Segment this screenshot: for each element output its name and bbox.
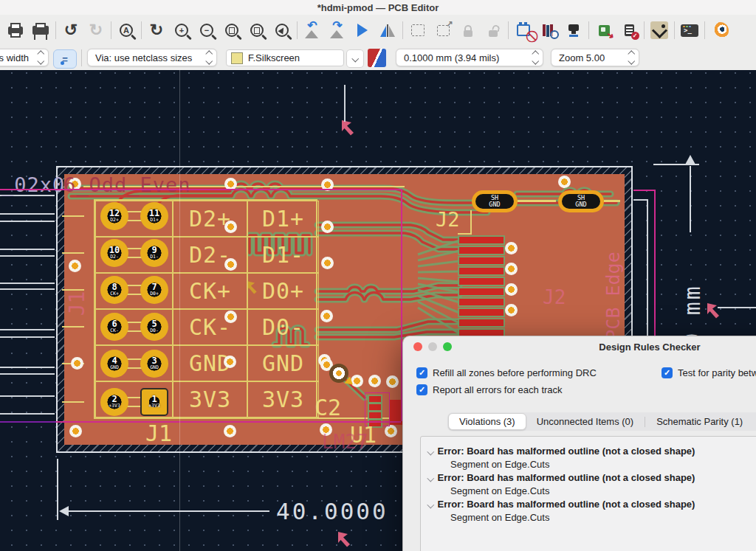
j2-finger-pad[interactable] (459, 268, 504, 274)
grid-select[interactable]: 0.1000 mm (3.94 mils) (396, 49, 543, 66)
plot-icon[interactable] (28, 18, 53, 43)
violation-item[interactable]: Error: Board has malformed outline (not … (428, 445, 756, 471)
refill-zones-checkbox[interactable]: ✓ Refill all zones before performing DRC (416, 367, 597, 378)
chevron-down-icon[interactable] (427, 448, 434, 454)
chevron-down-icon[interactable] (427, 474, 434, 481)
undo-icon[interactable]: ↺ (58, 18, 83, 43)
pad-j1-12[interactable]: 12D2+ (100, 202, 128, 230)
via[interactable] (224, 258, 237, 271)
pad-j1-11[interactable]: 11D1+ (140, 202, 168, 230)
test-parity-checkbox[interactable]: ✓ Test for parity between PCB and schema… (662, 367, 756, 378)
drc-icon[interactable] (616, 18, 642, 43)
track-posture-button[interactable]: = (53, 49, 77, 69)
pad-j1-5[interactable]: 5D0- (140, 313, 168, 341)
tab-schematic-parity[interactable]: Schematic Parity (1) (646, 414, 753, 429)
violation-item[interactable]: Error: Board has malformed outline (not … (428, 498, 756, 524)
pad-j1-1[interactable]: 1+3V3 (140, 388, 168, 416)
footprint-name-left[interactable]: _02x0 (1, 173, 65, 196)
pad-j1-9[interactable]: 9D1- (140, 239, 168, 267)
footprint-name-right[interactable]: 6_Odd_Even (63, 173, 191, 196)
u1-pad[interactable] (369, 404, 381, 410)
j2-finger-pad[interactable] (459, 237, 504, 243)
rotate-cw-icon[interactable]: ↷ (325, 18, 350, 43)
layer-dropdown-button[interactable] (346, 49, 364, 68)
pad-j1-8[interactable]: 8CK+ (100, 276, 128, 304)
j2-finger-pad[interactable] (459, 309, 504, 316)
pcb-edge-label[interactable]: PCB Edge (602, 241, 624, 352)
lock-icon[interactable] (456, 18, 481, 43)
track-width-select[interactable]: Track: use netclass width (0, 49, 49, 66)
library-browser-icon[interactable] (536, 18, 561, 43)
via[interactable] (224, 221, 237, 233)
pad-j1-6[interactable]: 6CK- (100, 313, 128, 341)
layer-pair-indicator[interactable] (368, 49, 386, 67)
violations-list[interactable]: Error: Board has malformed outline (not … (420, 436, 756, 551)
footprint-anchor-icon[interactable] (561, 18, 586, 43)
mirror-icon[interactable] (375, 18, 400, 43)
j2-finger-pad[interactable] (459, 288, 504, 295)
pad-j1-2[interactable]: 2+3V3 (100, 388, 128, 416)
zoom-window-button[interactable] (443, 342, 452, 351)
j2-finger-pad[interactable] (459, 299, 504, 305)
via[interactable] (320, 310, 333, 322)
footprint-checker-icon[interactable] (511, 18, 536, 43)
unlock-icon[interactable] (481, 18, 506, 43)
pad-j1-4[interactable]: 4GND (100, 350, 128, 378)
j2-finger-pad[interactable] (459, 257, 504, 264)
via-size-select[interactable]: Via: use netclass sizes (87, 49, 217, 66)
via[interactable] (321, 221, 334, 233)
blender-plugin-icon[interactable] (707, 18, 732, 43)
via[interactable] (505, 304, 518, 316)
via[interactable] (505, 242, 518, 254)
u1-pad[interactable] (369, 412, 381, 418)
pad-j2-shield[interactable]: SHGND (558, 190, 604, 212)
via[interactable] (69, 425, 82, 437)
violation-item[interactable]: Error: Board has malformed outline (not … (428, 471, 756, 497)
close-button[interactable] (413, 342, 422, 351)
j1-fab-label[interactable]: J1 (65, 291, 89, 316)
redo-icon[interactable]: ↻ (83, 18, 109, 43)
via[interactable] (386, 375, 399, 388)
j2-ref-label[interactable]: J2 (436, 208, 460, 231)
via[interactable] (505, 263, 518, 275)
via[interactable] (505, 283, 518, 296)
via[interactable] (71, 357, 83, 370)
j2-finger-pad[interactable] (459, 247, 504, 254)
zoom-select[interactable]: Zoom 5.00 (551, 49, 639, 66)
pad-j2-shield[interactable]: SHGND (472, 190, 518, 212)
via[interactable] (224, 311, 237, 323)
zoom-auto-icon[interactable]: A (114, 18, 139, 43)
c2-ref-label[interactable]: C2 (315, 395, 341, 420)
minimize-button[interactable] (428, 342, 437, 351)
j2-finger-pad[interactable] (459, 278, 504, 285)
update-pcb-icon[interactable] (591, 18, 616, 43)
report-all-errors-checkbox[interactable]: ✓ Report all errors for each track (416, 384, 563, 395)
via[interactable] (385, 425, 397, 437)
via[interactable] (224, 425, 236, 437)
j1-ref-label[interactable]: J1 (145, 420, 172, 446)
via[interactable] (321, 257, 334, 269)
j2-finger-pad[interactable] (459, 319, 504, 326)
print-icon[interactable] (3, 18, 28, 43)
ungroup-icon[interactable] (430, 18, 456, 43)
pad-j1-7[interactable]: 7D0+ (140, 276, 168, 304)
via[interactable] (558, 176, 571, 188)
zoom-selection-icon[interactable] (269, 18, 295, 43)
zoom-in-icon[interactable]: + (169, 18, 194, 43)
flip-icon[interactable] (350, 18, 375, 43)
tab-unconnected-items[interactable]: Unconnected Items (0) (526, 414, 645, 429)
zoom-fit-icon[interactable] (219, 18, 244, 43)
zoom-out-icon[interactable]: − (194, 18, 219, 43)
pad-j1-10[interactable]: 10D2- (100, 239, 128, 267)
j2-fab-label[interactable]: J2 (543, 286, 566, 308)
tab-violations[interactable]: Violations (3) (448, 413, 526, 430)
u1-fab-label[interactable]: LM27 (322, 431, 368, 453)
pad-j1-3[interactable]: 3GND (140, 350, 168, 378)
via[interactable] (224, 356, 236, 368)
via[interactable] (69, 260, 81, 272)
refresh-icon[interactable]: ↻ (144, 18, 169, 43)
rotate-ccw-icon[interactable]: ↶ (300, 18, 325, 43)
router-icon[interactable] (647, 18, 672, 43)
console-icon[interactable]: >_ (677, 18, 702, 43)
u1-pad[interactable] (369, 396, 381, 402)
